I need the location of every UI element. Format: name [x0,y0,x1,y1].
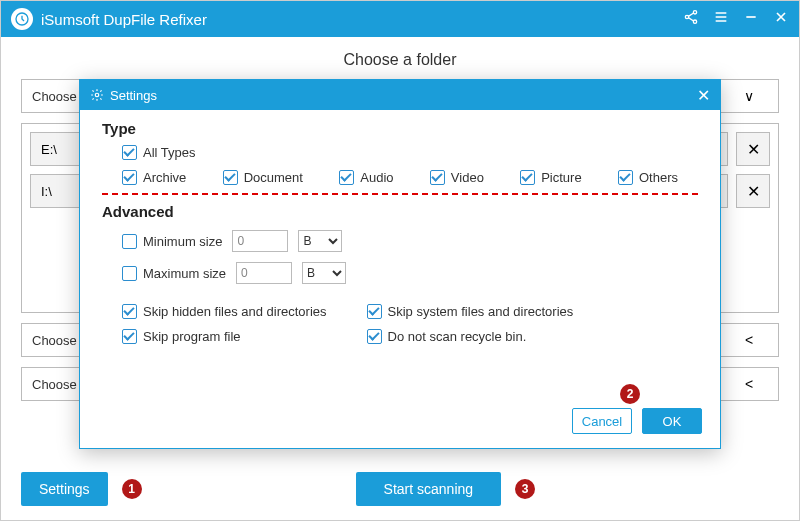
remove-folder-button[interactable]: ✕ [736,174,770,208]
annotation-divider [102,193,698,195]
type-audio-checkbox[interactable]: Audio [339,170,393,185]
settings-button[interactable]: Settings [21,472,108,506]
collapse-button-2[interactable]: < [719,367,779,401]
app-logo [11,8,33,30]
remove-folder-button[interactable]: ✕ [736,132,770,166]
dialog-title: Settings [110,88,157,103]
dialog-header: Settings ✕ [80,80,720,110]
skip-hidden-checkbox[interactable]: Skip hidden files and directories [122,304,327,319]
skip-system-checkbox[interactable]: Skip system files and directories [367,304,574,319]
menu-icon[interactable] [713,9,729,29]
minimize-icon[interactable] [743,9,759,29]
svg-point-4 [95,93,99,97]
annotation-badge-1: 1 [122,479,142,499]
expand-button[interactable]: ∨ [719,79,779,113]
app-title: iSumsoft DupFile Refixer [41,11,683,28]
type-picture-checkbox[interactable]: Picture [520,170,581,185]
annotation-badge-2: 2 [620,384,640,404]
close-icon[interactable] [773,9,789,29]
type-others-checkbox[interactable]: Others [618,170,678,185]
page-subtitle: Choose a folder [1,37,799,79]
ok-button[interactable]: OK [642,408,702,434]
max-size-checkbox[interactable]: Maximum size [122,266,226,281]
footer: Settings 1 Start scanning 3 [1,458,799,520]
collapse-button-1[interactable]: < [719,323,779,357]
start-scanning-button[interactable]: Start scanning [356,472,502,506]
no-recycle-checkbox[interactable]: Do not scan recycle bin. [367,329,574,344]
max-size-input[interactable] [236,262,292,284]
min-size-unit[interactable]: B [298,230,342,252]
cancel-button[interactable]: Cancel [572,408,632,434]
annotation-badge-3: 3 [515,479,535,499]
types-row: Archive Document Audio Video Picture Oth… [102,170,698,185]
gear-icon [90,88,104,102]
type-section-title: Type [102,120,698,137]
type-document-checkbox[interactable]: Document [223,170,303,185]
all-types-checkbox[interactable]: All Types [122,145,196,160]
min-size-checkbox[interactable]: Minimum size [122,234,222,249]
dialog-close-icon[interactable]: ✕ [697,86,710,105]
share-icon[interactable] [683,9,699,29]
settings-dialog: Settings ✕ Type All Types Archive Docume… [79,79,721,449]
max-size-unit[interactable]: B [302,262,346,284]
type-archive-checkbox[interactable]: Archive [122,170,186,185]
skip-program-checkbox[interactable]: Skip program file [122,329,327,344]
type-video-checkbox[interactable]: Video [430,170,484,185]
min-size-input[interactable] [232,230,288,252]
advanced-section-title: Advanced [102,203,698,220]
title-bar: iSumsoft DupFile Refixer [1,1,799,37]
